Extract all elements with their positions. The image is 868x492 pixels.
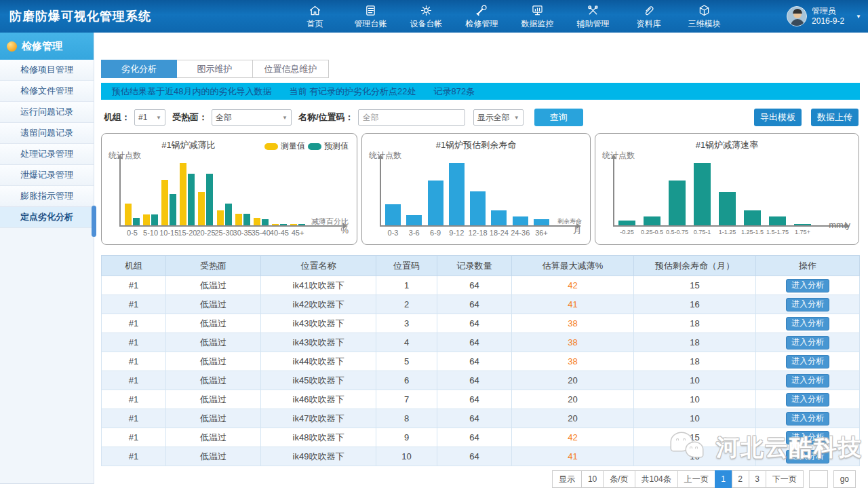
surface-select[interactable]: 全部▼ bbox=[212, 109, 292, 126]
chart-bar bbox=[161, 180, 168, 225]
enter-analysis-button[interactable]: 进入分析 bbox=[786, 279, 829, 292]
goto-page-input[interactable] bbox=[809, 470, 828, 488]
enter-analysis-button[interactable]: 进入分析 bbox=[786, 355, 829, 368]
chart-bar-row bbox=[290, 224, 305, 225]
x-tick-label: 30-35 bbox=[233, 229, 252, 237]
nav-item-数据监控[interactable]: 数据监控 bbox=[519, 3, 557, 30]
page-number-2[interactable]: 2 bbox=[732, 470, 749, 488]
enter-analysis-button[interactable]: 进入分析 bbox=[786, 450, 829, 463]
page-number-3[interactable]: 3 bbox=[749, 470, 766, 488]
cell-records: 64 bbox=[437, 390, 512, 409]
query-button[interactable]: 查询 bbox=[534, 109, 583, 126]
tab-图示维护[interactable]: 图示维护 bbox=[177, 60, 253, 78]
chart-bar-group: -0.25 bbox=[618, 221, 635, 225]
sidebar-item-处理记录管理[interactable]: 处理记录管理 bbox=[0, 144, 94, 165]
sidebar-items: 检修项目管理检修文件管理运行问题记录遗留问题记录处理记录管理泄爆记录管理膨胀指示… bbox=[0, 60, 94, 228]
cell-name: ik43吹吹器下 bbox=[261, 314, 376, 333]
cell-name: ik41吹吹器下 bbox=[261, 276, 376, 295]
tab-bar: 劣化分析图示维护位置信息维护 bbox=[101, 60, 860, 78]
cell-surface: 低温过 bbox=[166, 390, 261, 409]
pagination: 显示 10 条/页 共104条 上一页 123 下一页 go bbox=[101, 470, 860, 488]
per-page-label: 条/页 bbox=[603, 470, 635, 488]
x-axis bbox=[613, 225, 848, 227]
show-all-select[interactable]: 显示全部▼ bbox=[473, 109, 524, 126]
chart-bar-row bbox=[235, 214, 250, 225]
sidebar-item-泄爆记录管理[interactable]: 泄爆记录管理 bbox=[0, 165, 94, 186]
column-header-受热面: 受热面 bbox=[166, 256, 261, 276]
nav-item-label: 三维模块 bbox=[688, 18, 721, 30]
tab-位置信息维护[interactable]: 位置信息维护 bbox=[253, 60, 329, 78]
avatar[interactable] bbox=[787, 6, 807, 26]
enter-analysis-button[interactable]: 进入分析 bbox=[786, 317, 829, 330]
sidebar-item-运行问题记录[interactable]: 运行问题记录 bbox=[0, 102, 94, 123]
x-tick-label: 45+ bbox=[292, 229, 304, 237]
cell-max-thin: 20 bbox=[512, 390, 634, 409]
analysis-table: 机组受热面位置名称位置码记录数量估算最大减薄%预估剩余寿命（月）操作 #1低温过… bbox=[101, 255, 860, 466]
next-page-button[interactable]: 下一页 bbox=[766, 470, 804, 488]
tab-劣化分析[interactable]: 劣化分析 bbox=[101, 60, 177, 78]
chart-bar bbox=[290, 224, 297, 225]
sidebar-item-定点劣化分析[interactable]: 定点劣化分析 bbox=[0, 207, 94, 228]
cell-code: 5 bbox=[376, 352, 437, 371]
chart-bar-row bbox=[470, 191, 486, 225]
unit-select[interactable]: #1▼ bbox=[134, 109, 165, 126]
export-template-button[interactable]: 导出模板 bbox=[754, 109, 802, 126]
nav-item-检修管理[interactable]: 检修管理 bbox=[463, 3, 501, 30]
page-number-1[interactable]: 1 bbox=[715, 470, 732, 488]
cell-action: 进入分析 bbox=[756, 447, 860, 466]
nav-item-管理台账[interactable]: 管理台账 bbox=[352, 3, 390, 30]
chart-bar-group: 20-25 bbox=[198, 174, 213, 225]
chart-bar-row bbox=[769, 216, 786, 225]
sidebar-item-检修项目管理[interactable]: 检修项目管理 bbox=[0, 60, 94, 81]
x-tick-label: 0-5 bbox=[127, 229, 138, 237]
notice-bar: 预估结果基于近48月内的的劣化导入数据 当前 有记录的护劣化分析点22处 记录8… bbox=[101, 83, 860, 100]
cell-unit: #1 bbox=[102, 352, 166, 371]
chart-bars: 0-33-66-99-1212-1818-2424-3636+ bbox=[385, 155, 549, 225]
go-button[interactable]: go bbox=[833, 470, 856, 488]
chart-bar-group: 0-5 bbox=[125, 204, 140, 225]
cell-action: 进入分析 bbox=[756, 390, 860, 409]
enter-analysis-button[interactable]: 进入分析 bbox=[786, 431, 829, 444]
nav-item-三维模块[interactable]: 三维模块 bbox=[686, 3, 724, 30]
nav-item-设备台帐[interactable]: 设备台帐 bbox=[408, 3, 446, 30]
sidebar-item-遗留问题记录[interactable]: 遗留问题记录 bbox=[0, 123, 94, 144]
cell-code: 1 bbox=[376, 276, 437, 295]
enter-analysis-button[interactable]: 进入分析 bbox=[786, 374, 829, 387]
cell-action: 进入分析 bbox=[756, 295, 860, 314]
sidebar-item-膨胀指示管理[interactable]: 膨胀指示管理 bbox=[0, 186, 94, 207]
cell-name: ik42吹吹器下 bbox=[261, 295, 376, 314]
chart-bar-group: 35-40 bbox=[254, 218, 269, 225]
chart-bar-group: 3-6 bbox=[406, 215, 422, 225]
enter-analysis-button[interactable]: 进入分析 bbox=[786, 393, 829, 406]
cell-records: 64 bbox=[437, 295, 512, 314]
enter-analysis-button[interactable]: 进入分析 bbox=[786, 298, 829, 311]
nav-item-资料库[interactable]: 资料库 bbox=[630, 3, 668, 30]
x-tick-label: 6-9 bbox=[430, 229, 441, 237]
sidebar-item-检修文件管理[interactable]: 检修文件管理 bbox=[0, 81, 94, 102]
name-code-input[interactable] bbox=[358, 109, 465, 126]
chart-bars: -0.250.25-0.50.5-0.750.75-11-1.251.25-1.… bbox=[618, 155, 811, 225]
x-tick-label: 15-20 bbox=[178, 229, 197, 237]
chart-bar bbox=[769, 216, 786, 225]
table-row: #1低温过ik44吹吹器下5643818进入分析 bbox=[102, 352, 860, 371]
chart-bar-group: 45+ bbox=[290, 224, 305, 225]
enter-analysis-button[interactable]: 进入分析 bbox=[786, 412, 829, 425]
cell-life: 10 bbox=[634, 390, 756, 409]
nav-item-首页[interactable]: 首页 bbox=[296, 3, 334, 30]
data-upload-button[interactable]: 数据上传 bbox=[811, 109, 859, 126]
chart-bar-row bbox=[491, 210, 507, 225]
nav-item-辅助管理[interactable]: 辅助管理 bbox=[574, 3, 612, 30]
enter-analysis-button[interactable]: 进入分析 bbox=[786, 336, 829, 349]
user-box[interactable]: 管理员 2016-9-2 ▼ bbox=[787, 6, 861, 26]
chart-bar bbox=[491, 210, 507, 225]
chevron-down-icon[interactable]: ▼ bbox=[856, 14, 861, 20]
legend-label: 预测值 bbox=[324, 140, 349, 152]
prev-page-button[interactable]: 上一页 bbox=[677, 470, 715, 488]
chart-bar-row bbox=[719, 192, 736, 225]
chart-bar bbox=[644, 216, 660, 225]
y-axis bbox=[613, 156, 614, 227]
cell-surface: 低温过 bbox=[166, 352, 261, 371]
page-size-box[interactable]: 10 bbox=[581, 470, 604, 488]
chart-bar-group: 1.5-1.75 bbox=[769, 216, 786, 225]
cell-action: 进入分析 bbox=[756, 276, 860, 295]
